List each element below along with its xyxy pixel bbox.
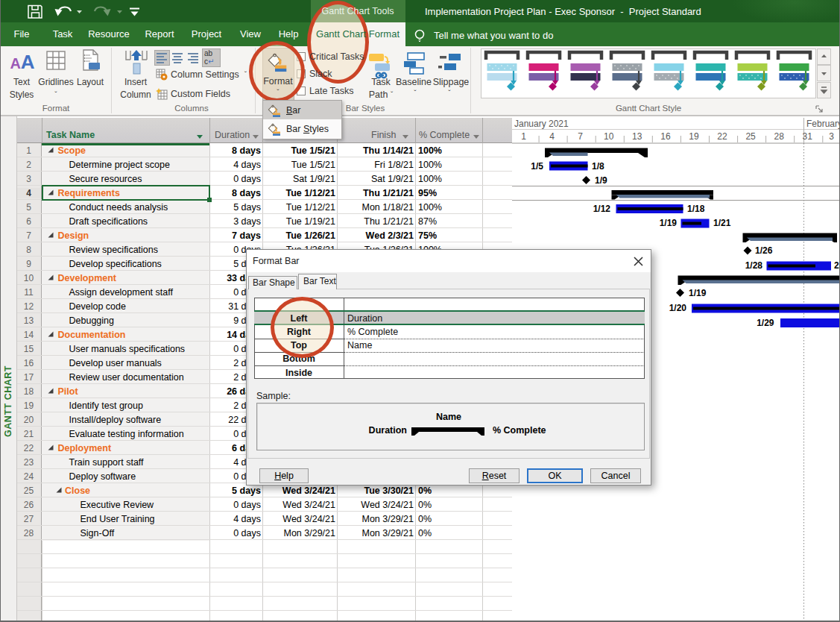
svg-text:1/28: 1/28 bbox=[745, 260, 763, 271]
svg-text:7: 7 bbox=[578, 131, 583, 142]
svg-text:1/20: 1/20 bbox=[669, 303, 687, 313]
svg-text:1/26: 1/26 bbox=[755, 245, 773, 256]
svg-text:1/12: 1/12 bbox=[593, 204, 611, 214]
svg-text:10: 10 bbox=[604, 131, 614, 142]
svg-text:31: 31 bbox=[803, 131, 813, 142]
svg-text:13: 13 bbox=[632, 131, 642, 142]
svg-text:19: 19 bbox=[689, 131, 699, 142]
svg-text:28: 28 bbox=[774, 131, 785, 142]
svg-text:16: 16 bbox=[660, 131, 671, 142]
svg-text:1/19: 1/19 bbox=[660, 218, 678, 228]
svg-text:1: 1 bbox=[521, 131, 526, 142]
svg-text:1/8: 1/8 bbox=[592, 161, 604, 172]
svg-text:22: 22 bbox=[717, 131, 727, 142]
svg-text:1/19: 1/19 bbox=[689, 288, 707, 298]
svg-text:1/18: 1/18 bbox=[687, 204, 705, 214]
svg-text:1/29: 1/29 bbox=[757, 318, 774, 328]
svg-text:25: 25 bbox=[745, 131, 756, 142]
svg-text:1/9: 1/9 bbox=[595, 175, 607, 186]
svg-text:1/5: 1/5 bbox=[531, 161, 543, 172]
svg-text:January 2021: January 2021 bbox=[514, 119, 569, 129]
svg-text:2/3: 2/3 bbox=[834, 260, 840, 271]
svg-text:1/21: 1/21 bbox=[713, 218, 731, 228]
svg-text:4: 4 bbox=[549, 131, 555, 142]
svg-text:February 2: February 2 bbox=[806, 119, 840, 129]
svg-text:3: 3 bbox=[829, 131, 834, 142]
